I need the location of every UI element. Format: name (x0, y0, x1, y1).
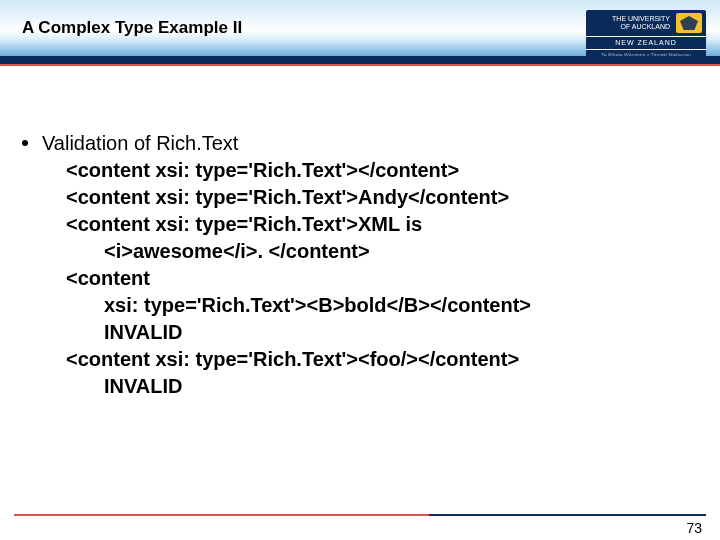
code-line-4c: INVALID (66, 319, 698, 346)
bullet-icon (22, 140, 28, 146)
code-line-3: <content xsi: type='Rich.Text'>XML is (66, 211, 698, 238)
code-line-3b: <i>awesome</i>. </content> (66, 238, 698, 265)
logo-line1: THE UNIVERSITY (612, 15, 670, 23)
code-line-4b: xsi: type='Rich.Text'><B>bold</B></conte… (66, 292, 698, 319)
logo-mid: NEW ZEALAND (586, 36, 706, 50)
university-logo: THE UNIVERSITY OF AUCKLAND NEW ZEALAND T… (586, 10, 706, 60)
code-block: <content xsi: type='Rich.Text'></content… (66, 157, 698, 400)
code-line-5: <content xsi: type='Rich.Text'><foo/></c… (66, 346, 698, 373)
code-line-1: <content xsi: type='Rich.Text'></content… (66, 157, 698, 184)
page-number: 73 (686, 520, 702, 536)
slide-header: A Complex Type Example II THE UNIVERSITY… (0, 0, 720, 72)
bullet-item: Validation of Rich.Text (22, 130, 698, 157)
crest-icon (676, 13, 702, 33)
code-line-5b: INVALID (66, 373, 698, 400)
footer-divider (14, 514, 706, 516)
code-line-2: <content xsi: type='Rich.Text'>Andy</con… (66, 184, 698, 211)
slide-content: Validation of Rich.Text <content xsi: ty… (22, 130, 698, 400)
code-line-4: <content (66, 265, 698, 292)
slide-title: A Complex Type Example II (22, 18, 242, 38)
logo-line2: OF AUCKLAND (612, 23, 670, 31)
header-divider (0, 56, 720, 64)
bullet-text: Validation of Rich.Text (42, 130, 238, 157)
